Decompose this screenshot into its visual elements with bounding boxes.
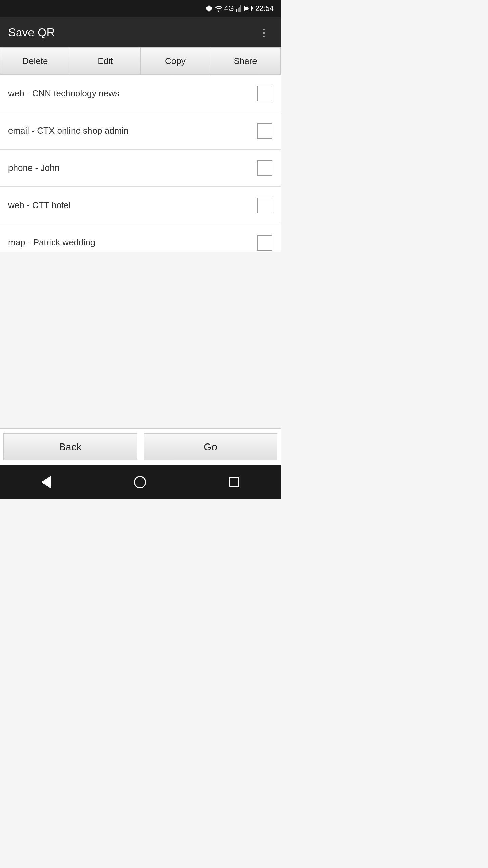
time-display: 22:54 [255, 4, 274, 13]
bottom-buttons: Back Go [0, 428, 281, 465]
list-item[interactable]: web - CTT hotel [0, 187, 281, 224]
back-nav-icon[interactable] [35, 473, 58, 492]
status-bar: 4G 22:54 [0, 0, 281, 17]
edit-button[interactable]: Edit [70, 47, 140, 75]
back-button[interactable]: Back [3, 433, 137, 460]
status-icons: 4G 22:54 [205, 4, 274, 13]
action-buttons-row: Delete Edit Copy Share [0, 47, 281, 75]
svg-rect-12 [252, 7, 253, 9]
checkbox[interactable] [257, 86, 272, 101]
battery-icon [244, 5, 253, 12]
list-item[interactable]: web - CNN technology news [0, 75, 281, 112]
svg-rect-4 [211, 7, 212, 9]
nav-bar [0, 465, 281, 499]
copy-button[interactable]: Copy [140, 47, 210, 75]
svg-rect-6 [236, 9, 237, 12]
vibrate-icon [205, 5, 213, 12]
wifi-icon [215, 5, 222, 12]
svg-rect-2 [210, 7, 211, 11]
share-button[interactable]: Share [210, 47, 281, 75]
spacer [0, 252, 281, 428]
svg-rect-3 [206, 7, 207, 9]
checkbox[interactable] [257, 160, 272, 176]
list-item-label: email - CTX online shop admin [8, 125, 129, 136]
list-item-label: web - CTT hotel [8, 200, 70, 211]
app-title: Save QR [8, 26, 55, 39]
list-container: web - CNN technology news email - CTX on… [0, 75, 281, 252]
svg-rect-8 [239, 7, 240, 12]
app-bar: Save QR ⋮ [0, 17, 281, 47]
overflow-menu-icon[interactable]: ⋮ [256, 23, 272, 42]
delete-button[interactable]: Delete [0, 47, 70, 75]
go-button[interactable]: Go [144, 433, 277, 460]
svg-rect-0 [208, 6, 210, 12]
svg-rect-9 [240, 5, 241, 12]
svg-point-5 [218, 11, 219, 12]
signal-icon [236, 5, 242, 12]
list-item-label: phone - John [8, 163, 60, 173]
recents-nav-icon[interactable] [222, 474, 246, 491]
list-item-label: web - CNN technology news [8, 88, 119, 99]
svg-rect-1 [207, 7, 208, 11]
checkbox[interactable] [257, 235, 272, 251]
checkbox[interactable] [257, 198, 272, 213]
checkbox[interactable] [257, 123, 272, 139]
network-label: 4G [224, 4, 234, 13]
list-item[interactable]: map - Patrick wedding [0, 224, 281, 252]
list-item[interactable]: email - CTX online shop admin [0, 112, 281, 150]
list-item[interactable]: phone - John [0, 150, 281, 187]
svg-rect-7 [238, 8, 239, 12]
list-item-label: map - Patrick wedding [8, 237, 95, 248]
home-nav-icon[interactable] [127, 473, 153, 492]
